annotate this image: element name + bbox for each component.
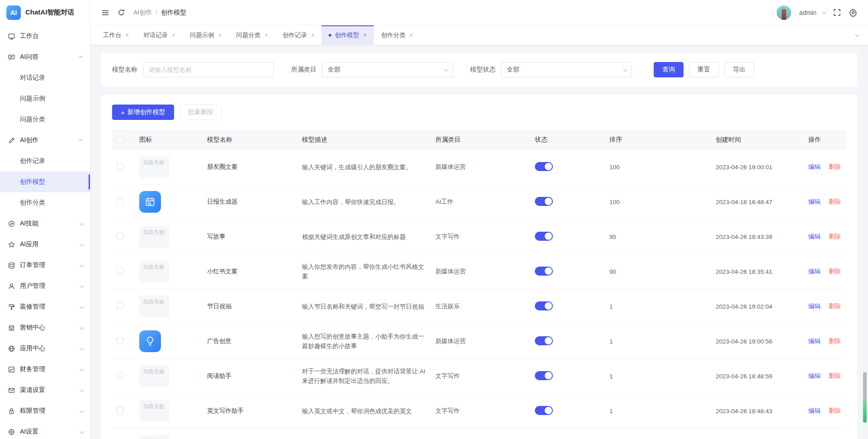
- tab-list-dropdown[interactable]: [842, 25, 868, 45]
- shop-icon: [7, 324, 15, 332]
- sidebar-item-marketing-center[interactable]: 营销中心: [0, 317, 90, 338]
- sidebar-item-ai-apps[interactable]: AI应用: [0, 234, 90, 255]
- sidebar-item-ai-skills[interactable]: AI技能: [0, 213, 90, 234]
- tab-close-icon[interactable]: ×: [311, 32, 315, 38]
- row-checkbox[interactable]: [117, 302, 123, 309]
- fullscreen-icon[interactable]: [833, 9, 841, 16]
- sidebar-item-app-center[interactable]: 应用中心: [0, 338, 90, 359]
- sidebar-item-channel-settings[interactable]: 渠道设置: [0, 380, 90, 401]
- status-toggle-on[interactable]: [535, 371, 553, 380]
- edit-link[interactable]: 编辑: [808, 268, 821, 275]
- chevron-down-icon: [80, 429, 84, 434]
- refresh-icon[interactable]: [118, 9, 125, 16]
- status-toggle-on[interactable]: [535, 197, 553, 206]
- edit-link[interactable]: 编辑: [808, 163, 821, 170]
- tab-close-icon[interactable]: ×: [410, 32, 413, 38]
- export-button[interactable]: 导出: [724, 62, 754, 77]
- sidebar-item-user-mgmt[interactable]: 用户管理: [0, 276, 90, 296]
- tab-1[interactable]: 工作台×: [96, 25, 136, 45]
- delete-link[interactable]: 删除: [829, 163, 841, 170]
- edit-link[interactable]: 编辑: [808, 372, 821, 379]
- tab-close-icon[interactable]: ×: [363, 32, 367, 38]
- sidebar-item-creation-models[interactable]: 创作模型: [0, 172, 90, 192]
- delete-link[interactable]: 删除: [829, 372, 841, 379]
- settings-gear-icon[interactable]: [849, 9, 857, 17]
- sidebar-item-question-examples[interactable]: 问题示例: [0, 88, 90, 109]
- delete-link[interactable]: 删除: [829, 233, 841, 240]
- sidebar-item-chat-records[interactable]: 对话记录: [0, 67, 90, 88]
- delete-link[interactable]: 删除: [829, 303, 841, 310]
- status-toggle-on[interactable]: [535, 267, 553, 276]
- user-menu[interactable]: admin: [799, 9, 825, 16]
- tab-close-icon[interactable]: ×: [264, 32, 268, 38]
- add-model-button[interactable]: +新增创作模型: [112, 105, 174, 120]
- breadcrumb-section[interactable]: AI创作: [133, 9, 152, 17]
- created-time: 2023-04-26 18:43:39: [711, 220, 804, 254]
- status-toggle-on[interactable]: [535, 162, 553, 171]
- search-button[interactable]: 查询: [654, 62, 684, 77]
- edit-link[interactable]: 编辑: [808, 338, 821, 344]
- delete-link[interactable]: 删除: [829, 268, 841, 275]
- edit-link[interactable]: 编辑: [808, 233, 821, 240]
- category-label: 所属类目: [291, 66, 316, 74]
- hamburger-menu-icon[interactable]: [101, 9, 109, 17]
- sidebar-item-ai-settings[interactable]: AI设置: [0, 421, 90, 439]
- sidebar-item-question-categories[interactable]: 问题分类: [0, 109, 90, 130]
- status-toggle-on[interactable]: [535, 336, 553, 345]
- chevron-down-icon: [80, 283, 84, 288]
- model-category: 新媒体运营: [431, 254, 530, 289]
- edit-link[interactable]: 编辑: [808, 303, 821, 310]
- row-checkbox[interactable]: [117, 233, 123, 239]
- sidebar-item-ai-qa[interactable]: AI问答: [0, 47, 90, 67]
- tab-6[interactable]: 创作模型×: [321, 25, 374, 45]
- sidebar-item-creation-records[interactable]: 创作记录: [0, 151, 90, 172]
- row-checkbox[interactable]: [117, 267, 123, 274]
- sort-value: 95: [605, 220, 711, 254]
- sidebar-item-ai-create[interactable]: AI创作: [0, 130, 90, 151]
- sidebar-item-finance-mgmt[interactable]: 财务管理: [0, 359, 90, 380]
- delete-link[interactable]: 删除: [829, 407, 841, 414]
- tab-close-icon[interactable]: ×: [126, 32, 129, 38]
- batch-delete-button[interactable]: 批量删除: [179, 105, 222, 120]
- edit-link[interactable]: 编辑: [808, 198, 821, 205]
- user-avatar[interactable]: [777, 5, 791, 20]
- sidebar-item-workbench[interactable]: 工作台: [0, 26, 90, 47]
- tab-2[interactable]: 对话记录×: [136, 25, 183, 45]
- tab-5[interactable]: 创作记录×: [275, 25, 322, 45]
- status-toggle-on[interactable]: [535, 301, 553, 310]
- row-checkbox[interactable]: [117, 372, 123, 379]
- status-select[interactable]: 全部: [501, 62, 632, 77]
- row-checkbox[interactable]: [117, 337, 123, 344]
- tab-close-icon[interactable]: ×: [172, 32, 175, 38]
- status-toggle-on[interactable]: [535, 406, 553, 415]
- main-area: AI创作 / 创作模型 admin 工作台×对话记录×问题: [90, 0, 868, 439]
- table-header-row: 图标 模型名称 模型描述 所属类目 状态 排序 创建时间 操作: [112, 130, 846, 150]
- sidebar-item-permission-mgmt[interactable]: 权限管理: [0, 401, 90, 421]
- tab-3[interactable]: 问题示例×: [183, 25, 229, 45]
- category-select[interactable]: 全部: [322, 62, 453, 77]
- edit-link[interactable]: 编辑: [808, 407, 821, 414]
- chevron-down-icon: [444, 67, 448, 72]
- tab-close-icon[interactable]: ×: [218, 32, 222, 38]
- tab-4[interactable]: 问题分类×: [229, 25, 275, 45]
- mail-icon: [7, 386, 15, 394]
- sidebar-item-creation-categories[interactable]: 创作分类: [0, 192, 90, 213]
- table-toolbar: +新增创作模型 批量删除: [112, 105, 846, 120]
- select-all-checkbox[interactable]: [117, 136, 123, 143]
- sidebar-menu: 工作台AI问答对话记录问题示例问题分类AI创作创作记录创作模型创作分类AI技能A…: [0, 25, 90, 439]
- page-scrollbar-thumb[interactable]: [863, 372, 867, 423]
- gear-icon: [7, 428, 15, 436]
- model-name-input[interactable]: [143, 62, 274, 77]
- app-title: ChatAI智能对话: [25, 8, 74, 17]
- reset-button[interactable]: 重置: [689, 62, 719, 77]
- delete-link[interactable]: 删除: [829, 338, 841, 344]
- row-checkbox[interactable]: [117, 163, 123, 170]
- row-checkbox[interactable]: [117, 407, 123, 414]
- tab-7[interactable]: 创作分类×: [374, 25, 420, 45]
- sidebar-item-decor-mgmt[interactable]: 装修管理: [0, 296, 90, 317]
- row-checkbox[interactable]: [117, 198, 123, 205]
- model-category: AI工作: [431, 185, 530, 220]
- delete-link[interactable]: 删除: [829, 198, 841, 205]
- sidebar-item-order-mgmt[interactable]: 订单管理: [0, 255, 90, 276]
- status-toggle-on[interactable]: [535, 232, 553, 241]
